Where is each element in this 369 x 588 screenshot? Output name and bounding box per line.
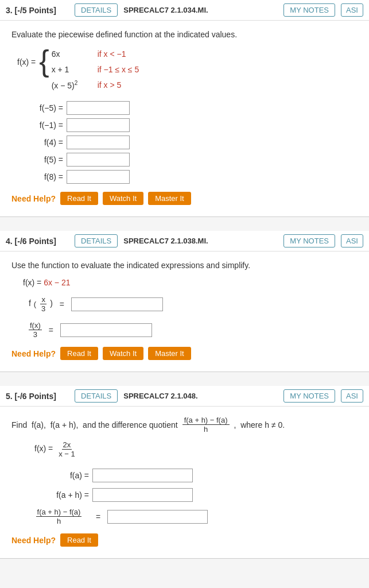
problem-4: 4. [-/6 Points] DETAILS SPRECALC7 2.1.03… bbox=[0, 231, 369, 372]
p3-label-2: f(−1) = bbox=[29, 121, 63, 130]
p5-need-help: Need Help? Read It bbox=[11, 533, 358, 547]
p4-input-row-1: f ( x 3 ) = bbox=[29, 295, 358, 313]
p5-fa-label: f(a) = bbox=[29, 471, 89, 480]
p5-func-def: f(x) = 2x x − 1 bbox=[34, 440, 358, 458]
p3-body: Evaluate the piecewise defined function … bbox=[0, 21, 369, 216]
p3-code: SPRECALC7 2.1.034.MI. bbox=[123, 6, 278, 14]
p3-brace: { bbox=[39, 46, 49, 76]
p3-input-row-3: f(4) = bbox=[29, 136, 358, 149]
p3-asi-button[interactable]: ASI bbox=[341, 3, 363, 17]
p4-eq-1: = bbox=[60, 300, 64, 309]
p5-dq-input[interactable] bbox=[107, 510, 208, 524]
p3-label-3: f(4) = bbox=[29, 138, 63, 147]
p3-label-5: f(8) = bbox=[29, 172, 63, 181]
p3-fx-label: f(x) = bbox=[17, 57, 36, 67]
p3-expr-1: 6x bbox=[52, 47, 86, 61]
p5-func-den: x − 1 bbox=[57, 450, 76, 458]
p3-points: [-/5 Points] bbox=[15, 6, 56, 15]
p5-readit-button[interactable]: Read It bbox=[60, 533, 98, 547]
p3-masterit-button[interactable]: Master It bbox=[148, 192, 191, 205]
p5-fa-input[interactable] bbox=[92, 469, 193, 482]
p5-details-button[interactable]: DETAILS bbox=[75, 389, 118, 403]
p5-num: 5. bbox=[6, 392, 13, 401]
p3-input-row-2: f(−1) = bbox=[29, 118, 358, 132]
p3-input-1[interactable] bbox=[67, 101, 130, 115]
p3-expr-3: (x − 5)2 bbox=[52, 78, 86, 93]
p5-dq-num: f(a + h) − f(a) bbox=[182, 416, 230, 425]
p5-dq-den: h bbox=[202, 425, 209, 434]
p3-input-row-1: f(−5) = bbox=[29, 101, 358, 115]
p3-input-2[interactable] bbox=[67, 118, 130, 132]
p4-asi-button[interactable]: ASI bbox=[341, 234, 363, 247]
p5-instruction-block: Find f(a), f(a + h), and the difference … bbox=[11, 416, 358, 434]
p5-dq-eq: = bbox=[96, 512, 100, 521]
p3-input-row-4: f(5) = bbox=[29, 153, 358, 167]
p5-need-help-label: Need Help? bbox=[11, 536, 56, 545]
p4-body: Use the function to evaluate the indicat… bbox=[0, 252, 369, 372]
p3-piecewise: f(x) = { 6x if x < −1 x + 1 if −1 ≤ x ≤ … bbox=[17, 47, 358, 93]
p5-dq-frac: f(a + h) − f(a) h bbox=[182, 416, 230, 434]
p3-label-1: f(−5) = bbox=[29, 103, 63, 113]
p4-label-1: f ( x 3 ) bbox=[29, 295, 53, 313]
p3-case-3: (x − 5)2 if x > 5 bbox=[52, 78, 139, 93]
p3-mynotes-button[interactable]: MY NOTES bbox=[283, 3, 335, 17]
problem-5-header: 5. [-/6 Points] DETAILS SPRECALC7 2.1.04… bbox=[0, 386, 369, 407]
problem-5: 5. [-/6 Points] DETAILS SPRECALC7 2.1.04… bbox=[0, 386, 369, 559]
p4-code: SPRECALC7 2.1.038.MI. bbox=[123, 237, 278, 245]
problem-3: 3. [-/5 Points] DETAILS SPRECALC7 2.1.03… bbox=[0, 0, 369, 217]
problem-3-header: 3. [-/5 Points] DETAILS SPRECALC7 2.1.03… bbox=[0, 0, 369, 21]
p3-expr-2: x + 1 bbox=[52, 63, 86, 77]
p4-label-2: f(x) 3 bbox=[29, 321, 42, 339]
p4-instruction: Use the function to evaluate the indicat… bbox=[11, 261, 358, 270]
p3-input-row-5: f(8) = bbox=[29, 170, 358, 184]
p5-fa-row: f(a) = bbox=[29, 469, 358, 482]
p4-input-2[interactable] bbox=[60, 323, 152, 337]
p5-asi-button[interactable]: ASI bbox=[341, 389, 363, 403]
p5-fah-input[interactable] bbox=[92, 488, 193, 502]
problem-3-number: 3. [-/5 Points] bbox=[6, 6, 69, 15]
p4-mynotes-button[interactable]: MY NOTES bbox=[283, 234, 335, 247]
p5-func-num: 2x bbox=[62, 440, 72, 450]
p3-num: 3. bbox=[6, 6, 13, 15]
p3-input-3[interactable] bbox=[67, 136, 130, 149]
p3-instruction: Evaluate the piecewise defined function … bbox=[11, 30, 358, 39]
p3-case-1: 6x if x < −1 bbox=[52, 47, 139, 61]
p5-instruction-prefix: Find f(a), f(a + h), and the difference … bbox=[11, 420, 178, 430]
p3-watchit-button[interactable]: Watch It bbox=[103, 192, 143, 205]
problem-5-number: 5. [-/6 Points] bbox=[6, 392, 69, 401]
p3-input-5[interactable] bbox=[67, 170, 130, 184]
p5-code: SPRECALC7 2.1.048. bbox=[123, 392, 278, 400]
p3-need-help: Need Help? Read It Watch It Master It bbox=[11, 192, 358, 205]
p5-dq-label: f(a + h) − f(a) h bbox=[29, 508, 89, 525]
p4-details-button[interactable]: DETAILS bbox=[75, 234, 118, 247]
p4-masterit-button[interactable]: Master It bbox=[148, 347, 191, 360]
p4-eq-2: = bbox=[49, 326, 53, 335]
p3-cases: 6x if x < −1 x + 1 if −1 ≤ x ≤ 5 (x − 5)… bbox=[52, 47, 139, 93]
p4-readit-button[interactable]: Read It bbox=[60, 347, 98, 360]
p5-mynotes-button[interactable]: MY NOTES bbox=[283, 389, 335, 403]
p3-need-help-label: Need Help? bbox=[11, 194, 56, 203]
p3-cond-3: if x > 5 bbox=[98, 78, 122, 93]
p3-label-4: f(5) = bbox=[29, 155, 63, 164]
problem-4-header: 4. [-/6 Points] DETAILS SPRECALC7 2.1.03… bbox=[0, 231, 369, 252]
p4-watchit-button[interactable]: Watch It bbox=[103, 347, 143, 360]
p3-case-2: x + 1 if −1 ≤ x ≤ 5 bbox=[52, 63, 139, 77]
p4-input-1[interactable] bbox=[71, 297, 163, 311]
p5-fah-label: f(a + h) = bbox=[29, 490, 89, 500]
p3-cond-2: if −1 ≤ x ≤ 5 bbox=[98, 63, 139, 77]
p3-readit-button[interactable]: Read It bbox=[60, 192, 98, 205]
p5-dq-row: f(a + h) − f(a) h = bbox=[29, 508, 358, 525]
p5-inputs: f(a) = f(a + h) = f(a + h) − f(a) h = bbox=[29, 469, 358, 525]
p5-instruction-suffix: , where h ≠ 0. bbox=[234, 420, 285, 430]
p4-input-row-2: f(x) 3 = bbox=[29, 321, 358, 339]
p3-input-4[interactable] bbox=[67, 153, 130, 167]
problem-4-number: 4. [-/6 Points] bbox=[6, 237, 69, 246]
p5-fah-row: f(a + h) = bbox=[29, 488, 358, 502]
p4-need-help: Need Help? Read It Watch It Master It bbox=[11, 347, 358, 360]
p4-need-help-label: Need Help? bbox=[11, 349, 56, 358]
p3-details-button[interactable]: DETAILS bbox=[75, 3, 118, 17]
p4-inputs: f ( x 3 ) = f(x) 3 bbox=[29, 295, 358, 339]
p5-points: [-/6 Points] bbox=[15, 392, 56, 401]
p4-func-def: f(x) = 6x − 21 bbox=[23, 278, 358, 287]
p3-cond-1: if x < −1 bbox=[98, 47, 126, 61]
